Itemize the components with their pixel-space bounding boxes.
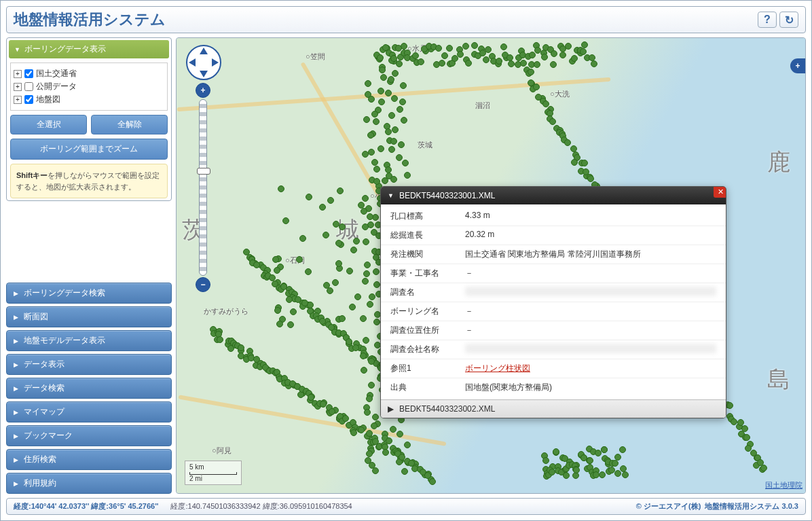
zoom-control: + − <box>196 83 210 292</box>
popup-row-label: 調査会社名称 <box>390 344 465 355</box>
scale-km: 5 km <box>189 463 237 471</box>
popup-row-label: 発注機関 <box>390 249 465 260</box>
popup-header[interactable]: ▼ BEDKT54403323001.XML <box>381 187 726 204</box>
chevron-down-icon: ▼ <box>388 192 394 199</box>
popup-row: 調査会社名称 <box>381 340 726 359</box>
popup-row: ボーリング名－ <box>381 302 726 321</box>
popup-row-label: 総掘進長 <box>390 230 465 241</box>
sidebar: ▼ ボーリングデータ表示 + 国土交通省 + 公開データ + <box>6 37 172 494</box>
popup-close-button[interactable]: ✕ <box>714 186 726 198</box>
popup-row-value <box>465 344 716 353</box>
sidebar-menu-item[interactable]: ▶ボーリングデータ検索 <box>6 283 172 304</box>
help-button[interactable]: ? <box>758 12 777 28</box>
copyright: © ジーエスアイ(株) <box>636 502 701 510</box>
map-canvas[interactable]: 茨城鹿島 ○笠間○水戸○大洗涸沼茨城○石岡かすみがうら○阿見○小美玉 + − +… <box>176 37 806 494</box>
chevron-right-icon: ▶ <box>388 404 394 414</box>
pan-control[interactable] <box>186 45 221 80</box>
zoom-to-boring-button[interactable]: ボーリング範囲までズーム <box>10 139 168 160</box>
layer-tree: + 国土交通省 + 公開データ + 地盤図 <box>10 62 168 111</box>
sidebar-menu-item[interactable]: ▶データ表示 <box>6 354 172 375</box>
menu-label: マイマップ <box>24 406 64 418</box>
menu-label: 断面図 <box>24 311 48 323</box>
map-place-label: ○笠間 <box>306 52 325 62</box>
popup-row-link[interactable]: ボーリング柱状図 <box>465 363 716 374</box>
menu-label: ボーリングデータ検索 <box>24 287 105 299</box>
sidebar-menu-item[interactable]: ▶マイマップ <box>6 401 172 423</box>
map-place-label: 茨城 <box>418 140 432 150</box>
menu-label: 住所検索 <box>24 454 56 465</box>
menu-label: データ表示 <box>24 359 64 370</box>
chevron-right-icon: ▶ <box>14 456 18 463</box>
layer-checkbox-jiban[interactable] <box>24 95 33 104</box>
status-bar: 経度:140°44' 42.0373'' 緯度:36°5' 45.2766'' … <box>6 498 806 515</box>
tree-item: + 地盤図 <box>14 93 164 106</box>
menu-label: ブックマーク <box>24 430 73 442</box>
chevron-right-icon: ▶ <box>14 314 18 321</box>
popup-row-value: － <box>465 306 716 317</box>
tree-item: + 公開データ <box>14 80 164 93</box>
deselect-all-button[interactable]: 全解除 <box>91 115 168 134</box>
zoom-slider-track[interactable] <box>199 99 207 276</box>
popup-row-value: 国地盤(関東地方整備局) <box>465 382 716 393</box>
feature-popup: ✕ ▼ BEDKT54403323001.XML 孔口標高4.33 m総掘進長2… <box>380 186 726 418</box>
map-place-label: ○水戸 <box>407 43 427 54</box>
sidebar-menu-item[interactable]: ▶断面図 <box>6 306 172 327</box>
popup-row-label: 事業・工事名 <box>390 268 465 279</box>
chevron-right-icon: ▶ <box>14 433 18 439</box>
sidebar-menu-item[interactable]: ▶ブックマーク <box>6 425 172 446</box>
hint-box: Shiftキーを押しながらマウスで範囲を設定すると、地図が拡大表示されます。 <box>10 164 168 198</box>
tree-item: + 国土交通省 <box>14 67 164 80</box>
popup-row-label: 参照1 <box>390 363 465 374</box>
map-place-label: ○大洗 <box>550 89 570 99</box>
sidebar-menu-item[interactable]: ▶データ検索 <box>6 378 172 399</box>
panel-header-boring-display[interactable]: ▼ ボーリングデータ表示 <box>9 40 169 58</box>
popup-row: 事業・工事名－ <box>381 264 726 283</box>
scale-bar: 5 km 2 mi <box>185 461 242 485</box>
sidebar-menu-item[interactable]: ▶利用規約 <box>6 473 172 494</box>
coords-decimal: 経度:140.74501036333942 緯度:36.095910160478… <box>170 501 352 511</box>
chevron-right-icon: ▶ <box>14 409 18 416</box>
panel-title: ボーリングデータ表示 <box>24 43 106 55</box>
layer-checkbox-mlit[interactable] <box>24 69 33 78</box>
expand-icon[interactable]: + <box>14 96 22 104</box>
layer-switcher-button[interactable]: + <box>790 58 805 73</box>
popup-row: 総掘進長20.32 m <box>381 226 726 245</box>
app-title: 地盤情報活用システム <box>14 10 755 30</box>
popup-secondary-header[interactable]: ▶ BEDKT54403323002.XML <box>381 399 726 418</box>
map-place-label: かすみがうら <box>204 306 248 317</box>
popup-row-label: 調査名 <box>390 287 465 298</box>
layer-label: 国土交通省 <box>36 68 77 79</box>
layer-checkbox-public[interactable] <box>24 82 33 91</box>
zoom-slider-handle[interactable] <box>197 168 210 175</box>
chevron-right-icon: ▶ <box>14 361 18 368</box>
popup-row: 出典国地盤(関東地方整備局) <box>381 378 726 397</box>
reload-button[interactable]: ↻ <box>779 12 798 28</box>
popup-row: 参照1ボーリング柱状図 <box>381 359 726 378</box>
expand-icon[interactable]: + <box>14 83 22 91</box>
chevron-right-icon: ▶ <box>14 290 18 297</box>
sidebar-menu-item[interactable]: ▶住所検索 <box>6 449 172 470</box>
select-all-button[interactable]: 全選択 <box>10 115 87 134</box>
popup-row: 調査名 <box>381 283 726 302</box>
scale-mi: 2 mi <box>189 475 237 482</box>
map-place-label: ○石岡 <box>285 255 305 266</box>
attribution-link[interactable]: 国土地理院 <box>765 481 802 489</box>
expand-icon[interactable]: + <box>14 70 22 78</box>
sidebar-menu-item[interactable]: ▶地盤モデルデータ表示 <box>6 330 172 351</box>
layer-label: 公開データ <box>36 81 77 92</box>
popup-row-label: 孔口標高 <box>390 211 465 222</box>
zoom-in-button[interactable]: + <box>196 83 210 98</box>
menu-label: データ検索 <box>24 382 64 394</box>
map-place-label: 涸沼 <box>475 101 490 111</box>
popup-row-value: － <box>465 325 716 336</box>
zoom-out-button[interactable]: − <box>196 277 210 292</box>
map-attribution: 国土地理院 <box>765 480 802 490</box>
chevron-right-icon: ▶ <box>14 480 18 487</box>
layer-label: 地盤図 <box>36 94 60 105</box>
coords-dms: 経度:140°44' 42.0373'' 緯度:36°5' 45.2766'' <box>14 501 158 511</box>
popup-row-value: 国土交通省 関東地方整備局 常陸河川国道事務所 <box>465 249 716 260</box>
map-place-label: ○阿見 <box>212 446 232 456</box>
popup-row-label: ボーリング名 <box>390 306 465 317</box>
popup-row: 発注機関国土交通省 関東地方整備局 常陸河川国道事務所 <box>381 245 726 264</box>
app-header: 地盤情報活用システム ? ↻ <box>6 6 806 33</box>
